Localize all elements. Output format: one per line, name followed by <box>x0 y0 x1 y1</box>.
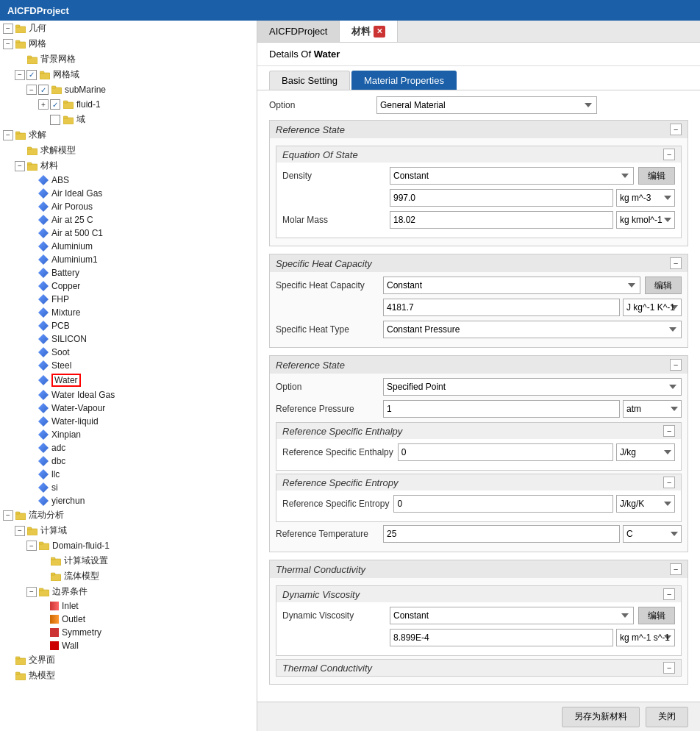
ref-temp-input[interactable] <box>383 525 620 543</box>
ref2-collapse[interactable]: − <box>670 359 682 371</box>
entropy-collapse[interactable]: − <box>663 477 675 488</box>
shc-input[interactable] <box>383 299 620 316</box>
tree-item-inlet[interactable]: Inlet <box>0 599 257 613</box>
collapse-btn[interactable]: − <box>26 541 37 551</box>
tree-item-llc[interactable]: llc <box>0 468 257 481</box>
tree-item-bianjie[interactable]: −边界条件 <box>0 584 257 599</box>
heat-type-select[interactable]: Constant Pressure <box>383 321 682 338</box>
thermal-sub-collapse[interactable]: − <box>663 662 675 674</box>
tree-item-wall[interactable]: Wall <box>0 639 257 652</box>
ref-pressure-input[interactable] <box>383 400 620 418</box>
tree-item-water[interactable]: Water <box>0 372 257 388</box>
collapse-btn[interactable]: − <box>26 85 37 95</box>
tree-item-air-ideal-gas[interactable]: Air Ideal Gas <box>0 187 257 200</box>
tree-item-fhp[interactable]: FHP <box>0 293 257 306</box>
entropy-unit[interactable]: J/kg/K <box>616 495 675 513</box>
checkbox-icon[interactable] <box>50 99 60 110</box>
tab-material-properties[interactable]: Material Properties <box>351 71 457 90</box>
tree-item-fluid1[interactable]: +fluid-1 <box>0 97 257 112</box>
tree-item-battery[interactable]: Battery <box>0 266 257 279</box>
tree-item-qiujie[interactable]: −求解 <box>0 127 257 143</box>
tab-material[interactable]: 材料 ✕ <box>340 21 398 42</box>
tree-item-cailiao[interactable]: −材料 <box>0 158 257 174</box>
shc-unit[interactable]: J kg^-1 K^-1 <box>623 299 682 316</box>
collapse-btn[interactable]: − <box>3 510 13 521</box>
tab-basic-setting[interactable]: Basic Setting <box>269 71 350 90</box>
dyn-viscosity-collapse[interactable]: − <box>663 588 675 600</box>
density-edit-btn[interactable]: 编辑 <box>638 167 675 185</box>
tree-item-jihe[interactable]: −几何 <box>0 21 257 36</box>
dyn-visc-unit[interactable]: kg m^-1 s^-1 <box>616 629 675 646</box>
reference-state-collapse[interactable]: − <box>670 124 682 135</box>
tree-item-outlet[interactable]: Outlet <box>0 613 257 626</box>
tree-item-mixture[interactable]: Mixture <box>0 306 257 319</box>
ref-temp-unit[interactable]: C <box>623 525 682 543</box>
density-input[interactable] <box>390 189 613 207</box>
tree-item-water-ideal-gas[interactable]: Water Ideal Gas <box>0 388 257 402</box>
tree-item-jiemian[interactable]: 交界面 <box>0 652 257 668</box>
collapse-btn[interactable]: − <box>3 130 13 140</box>
molar-mass-input[interactable] <box>390 211 613 229</box>
tree-item-copper[interactable]: Copper <box>0 279 257 293</box>
equation-collapse-btn[interactable]: − <box>663 149 675 160</box>
collapse-btn[interactable]: − <box>15 526 25 536</box>
tree-item-remodel[interactable]: 热模型 <box>0 668 257 683</box>
tree-item-symmetry[interactable]: Symmetry <box>0 626 257 639</box>
close-btn[interactable]: 关闭 <box>646 707 688 727</box>
collapse-btn[interactable]: − <box>3 24 13 34</box>
tree-item-abs[interactable]: ABS <box>0 174 257 187</box>
tree-item-beijingwangge[interactable]: 背景网格 <box>0 51 257 67</box>
density-select[interactable]: Constant <box>390 167 634 185</box>
dyn-visc-edit-btn[interactable]: 编辑 <box>638 607 675 624</box>
collapse-btn[interactable]: − <box>15 161 25 171</box>
tree-item-domain-fluid-1[interactable]: −Domain-fluid-1 <box>0 538 257 553</box>
entropy-input[interactable] <box>393 495 613 513</box>
tree-item-jisuanyu[interactable]: −计算域 <box>0 523 257 538</box>
checkbox-icon[interactable] <box>50 115 60 125</box>
specific-heat-collapse[interactable]: − <box>670 257 682 269</box>
tab-close-icon[interactable]: ✕ <box>374 26 385 38</box>
tree-item-jisuan-shezhi[interactable]: 计算域设置 <box>0 553 257 568</box>
shc-select[interactable]: Constant <box>383 277 640 294</box>
tree-item-air-porous[interactable]: Air Porous <box>0 200 257 213</box>
tree-item-soot[interactable]: Soot <box>0 346 257 359</box>
tree-item-submarine[interactable]: −subMarine <box>0 82 257 97</box>
ref-option-select[interactable]: Specified Point <box>383 378 682 396</box>
enthalpy-input[interactable] <box>398 443 613 461</box>
save-as-new-btn[interactable]: 另存为新材料 <box>562 707 640 727</box>
tree-item-air-500c1[interactable]: Air at 500 C1 <box>0 227 257 240</box>
collapse-btn[interactable]: − <box>26 587 37 597</box>
collapse-btn[interactable]: − <box>3 39 13 49</box>
tree-item-water-vapour[interactable]: Water-Vapour <box>0 402 257 415</box>
shc-edit-btn[interactable]: 编辑 <box>645 277 682 294</box>
tree-item-yierchun[interactable]: yierchun <box>0 494 257 507</box>
tree-item-wanggeyu[interactable]: −网格域 <box>0 67 257 82</box>
molar-mass-unit[interactable]: kg kmol^-1 <box>616 211 675 229</box>
dyn-visc-select[interactable]: Constant <box>390 607 634 624</box>
tree-item-wangge[interactable]: −网格 <box>0 36 257 51</box>
collapse-btn[interactable]: − <box>15 70 25 80</box>
tree-item-dbc[interactable]: dbc <box>0 454 257 468</box>
ref-pressure-unit[interactable]: atm <box>623 400 682 418</box>
tree-item-pcb[interactable]: PCB <box>0 319 257 332</box>
enthalpy-collapse[interactable]: − <box>663 425 675 437</box>
density-unit-select[interactable]: kg m^-3 <box>616 189 675 207</box>
tab-project[interactable]: AICFDProject <box>257 21 340 42</box>
tree-item-aluminium[interactable]: Aluminium <box>0 240 257 253</box>
dyn-visc-input[interactable] <box>390 629 613 646</box>
tree-item-adc[interactable]: adc <box>0 441 257 454</box>
checkbox-icon[interactable] <box>26 70 37 80</box>
expand-btn[interactable]: + <box>38 99 49 110</box>
tree-item-xinpian[interactable]: Xinpian <box>0 428 257 441</box>
tree-item-si[interactable]: si <box>0 481 257 494</box>
tree-item-air-25c[interactable]: Air at 25 C <box>0 213 257 227</box>
option-select[interactable]: General Material <box>376 96 597 114</box>
tree-item-aluminium1[interactable]: Aluminium1 <box>0 253 257 266</box>
tree-item-qiujiemodel[interactable]: 求解模型 <box>0 143 257 158</box>
tree-item-silicon[interactable]: SILICON <box>0 332 257 346</box>
tree-item-steel[interactable]: Steel <box>0 359 257 372</box>
tree-item-yu[interactable]: 域 <box>0 112 257 127</box>
tree-item-water-liquid[interactable]: Water-liquid <box>0 415 257 428</box>
enthalpy-unit[interactable]: J/kg <box>616 443 675 461</box>
checkbox-icon[interactable] <box>38 85 49 95</box>
